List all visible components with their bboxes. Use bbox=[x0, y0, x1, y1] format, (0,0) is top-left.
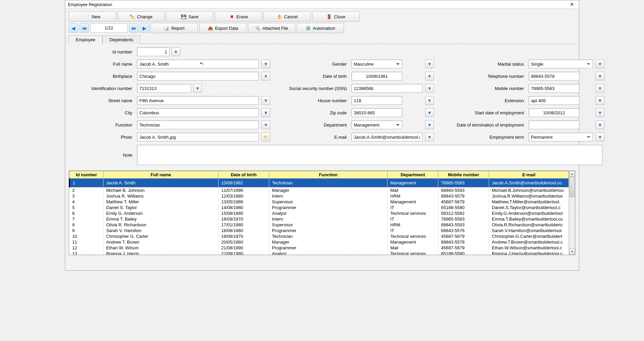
attached-file-button[interactable]: 📎Attached File bbox=[248, 23, 295, 33]
grid-header-cell[interactable]: Id number bbox=[70, 171, 104, 179]
scroll-up-button[interactable]: ▲ bbox=[569, 171, 575, 177]
street-field[interactable] bbox=[137, 96, 259, 105]
export-button[interactable]: 📤Export Data bbox=[199, 23, 247, 33]
label-ssn: Social security number (SSN) bbox=[274, 86, 349, 91]
table-cell: 11 bbox=[70, 239, 104, 245]
city-filter-button[interactable]: ▼ bbox=[261, 108, 270, 117]
birthplace-field[interactable] bbox=[137, 72, 259, 81]
close-button[interactable]: 🚪Close bbox=[312, 12, 360, 22]
table-cell: Christopher G. Carter bbox=[104, 233, 218, 239]
table-row[interactable]: 10Christopher G. Carter19/08/1970Technic… bbox=[70, 233, 569, 239]
table-row[interactable]: 13Brianna J. Harris22/08/1980AnalystTech… bbox=[70, 251, 569, 255]
birthplace-filter-button[interactable]: ▼ bbox=[261, 72, 270, 81]
idnum-filter-button[interactable]: ▼ bbox=[193, 84, 202, 93]
table-row[interactable]: 3Joshua R. Williams12/03/1980InternHRM68… bbox=[70, 193, 569, 199]
house-filter-button[interactable]: ▼ bbox=[425, 96, 434, 105]
street-filter-button[interactable]: ▼ bbox=[261, 96, 270, 105]
cancel-button[interactable]: ✋Cancel bbox=[263, 12, 311, 22]
email-filter-button[interactable]: ▼ bbox=[425, 133, 434, 141]
house-field[interactable] bbox=[351, 96, 402, 105]
tab-employee[interactable]: Employee bbox=[69, 36, 102, 44]
nav-prev-button[interactable]: ◀ bbox=[69, 23, 78, 33]
function-field[interactable] bbox=[137, 120, 259, 129]
grid-header-cell[interactable]: Mobile number bbox=[438, 171, 489, 179]
photo-browse-button[interactable]: 📁 bbox=[261, 133, 270, 141]
save-button[interactable]: 💾Save bbox=[166, 12, 213, 22]
gender-select[interactable]: Masculine bbox=[351, 60, 402, 68]
tabstrip: Employee Dependents bbox=[69, 35, 575, 44]
dept-select[interactable]: Management bbox=[351, 120, 402, 129]
scroll-down-button[interactable]: ▼ bbox=[569, 249, 575, 255]
table-row[interactable]: 9Sarah V. Hamilton18/08/1980ProgrammerIT… bbox=[70, 228, 569, 233]
city-field[interactable] bbox=[137, 108, 259, 117]
fullname-filter-button[interactable]: ▼ bbox=[261, 60, 270, 68]
scroll-track[interactable] bbox=[569, 177, 575, 249]
table-row[interactable]: 1Jacob A. Smith10/08/1981TechnicianManag… bbox=[70, 179, 569, 187]
function-filter-button[interactable]: ▼ bbox=[261, 120, 270, 129]
mobile-field[interactable] bbox=[529, 84, 579, 93]
nav-next-button[interactable]: ▶ bbox=[140, 23, 149, 33]
empterm-select[interactable]: Permanent bbox=[529, 133, 593, 141]
grid-header-cell[interactable]: Date of birth bbox=[218, 171, 269, 179]
grid-scrollbar[interactable]: ▲ ▼ bbox=[569, 171, 575, 255]
table-row[interactable]: 6Emily G. Anderson15/08/1980AnalystTechn… bbox=[70, 210, 569, 216]
table-cell: 68843-5578 bbox=[438, 193, 489, 199]
table-cell: 65188-5580 bbox=[438, 251, 489, 255]
ssn-field[interactable] bbox=[351, 84, 422, 93]
window-close-button[interactable]: ✕ bbox=[568, 2, 576, 7]
label-zip: Zip code bbox=[274, 110, 349, 115]
id-field[interactable] bbox=[137, 47, 169, 56]
table-cell: 13 bbox=[70, 251, 104, 255]
table-row[interactable]: 4Matthew T. Miller13/05/1986SupervisorMa… bbox=[70, 199, 569, 205]
note-field[interactable] bbox=[137, 145, 602, 165]
fullname-field[interactable] bbox=[137, 60, 259, 68]
dob-field[interactable] bbox=[351, 72, 402, 81]
label-id: Id number bbox=[70, 49, 134, 54]
marital-filter-button[interactable]: ▼ bbox=[596, 60, 604, 68]
termdate-field[interactable] bbox=[529, 120, 579, 129]
zip-filter-button[interactable]: ▼ bbox=[425, 108, 434, 117]
zip-field[interactable] bbox=[351, 108, 402, 117]
tel-filter-button[interactable]: ▼ bbox=[596, 72, 604, 81]
grid-header-cell[interactable]: Department bbox=[388, 171, 438, 179]
table-row[interactable]: 5Daniel S. Taylor14/08/1980ProgrammerIT6… bbox=[70, 205, 569, 210]
erase-button[interactable]: ✖Erase bbox=[215, 12, 262, 22]
dept-filter-button[interactable]: ▼ bbox=[425, 120, 434, 129]
nav-first-button[interactable]: ⏮ bbox=[79, 23, 89, 33]
id-filter-button[interactable]: ▼ bbox=[171, 47, 180, 56]
gender-filter-button[interactable]: ▼ bbox=[425, 60, 434, 68]
empterm-filter-button[interactable]: ▼ bbox=[596, 133, 604, 141]
grid-header-cell[interactable]: Function bbox=[269, 171, 388, 179]
table-row[interactable]: 8Olivia R. Richardson17/01/1980Superviso… bbox=[70, 222, 569, 228]
table-cell: Intern bbox=[269, 216, 388, 222]
automation-button[interactable]: ⚙️Automation bbox=[297, 23, 344, 33]
table-row[interactable]: 7Emma T. Bailey16/09/1970InternIT78965-5… bbox=[70, 216, 569, 222]
grid-header-cell[interactable]: Full name bbox=[104, 171, 218, 179]
table-row[interactable]: 11Andrew T. Brown20/05/1980ManagerManage… bbox=[70, 239, 569, 245]
ssn-filter-button[interactable]: ▼ bbox=[425, 84, 434, 93]
table-row[interactable]: 12Ethan W. Wilson21/08/1990ProgrammerMai… bbox=[70, 245, 569, 251]
new-button[interactable]: 📄New bbox=[69, 12, 116, 22]
ext-field[interactable] bbox=[529, 96, 579, 105]
mobile-filter-button[interactable]: ▼ bbox=[596, 84, 604, 93]
startdate-filter-button[interactable]: ▼ bbox=[596, 108, 604, 117]
grid-header-cell[interactable]: E-mail bbox=[489, 171, 569, 179]
termdate-filter-button[interactable]: ▼ bbox=[596, 120, 604, 129]
table-row[interactable]: 2Michael B. Johnson11/07/1990ManagerMail… bbox=[70, 187, 569, 194]
idnum-field[interactable] bbox=[137, 84, 191, 93]
photo-field[interactable] bbox=[137, 133, 259, 141]
ext-filter-button[interactable]: ▼ bbox=[596, 96, 604, 105]
tab-dependents[interactable]: Dependents bbox=[102, 36, 140, 44]
nav-last-button[interactable]: ⏭ bbox=[129, 23, 138, 33]
report-button[interactable]: 📊Report bbox=[151, 23, 198, 33]
dob-filter-button[interactable]: ▼ bbox=[425, 72, 434, 81]
email-field[interactable] bbox=[351, 133, 422, 141]
startdate-field[interactable] bbox=[529, 108, 579, 117]
change-button[interactable]: ✏️Change bbox=[117, 12, 165, 22]
marital-select[interactable]: Single bbox=[529, 60, 593, 68]
tel-field[interactable] bbox=[529, 72, 579, 81]
pencil-icon: ✏️ bbox=[130, 14, 135, 19]
scroll-thumb[interactable] bbox=[570, 177, 575, 197]
table-cell: Jacob A. Smith bbox=[104, 179, 218, 187]
table-cell: 65188-5580 bbox=[438, 205, 489, 210]
